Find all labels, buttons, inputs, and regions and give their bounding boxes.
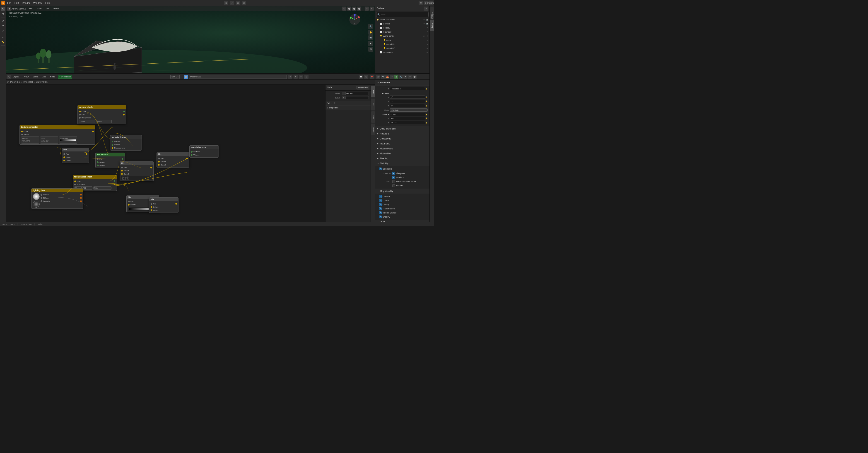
- camera-icon[interactable]: 📷: [368, 35, 373, 40]
- layout-tab[interactable]: ⊞: [224, 1, 228, 5]
- rot-y-val[interactable]: 0°: [390, 100, 425, 103]
- instancing-header[interactable]: ▶ Instancing: [375, 141, 430, 146]
- rv-camera-check[interactable]: ✓: [379, 195, 382, 198]
- renders-check[interactable]: ✓: [392, 176, 395, 179]
- outliner-item-ground[interactable]: ⬜ Ground 👁 📷: [375, 22, 430, 26]
- sculpting-tab[interactable]: ◉: [236, 1, 240, 5]
- rot-x-val[interactable]: 0°: [390, 96, 425, 99]
- node-side-tab-options[interactable]: Options: [371, 124, 375, 135]
- mat-del[interactable]: ✕: [299, 75, 303, 79]
- motion-paths-header[interactable]: ▶ Motion Paths: [375, 146, 430, 151]
- modeling-tab[interactable]: △: [230, 1, 234, 5]
- collections-header[interactable]: ▶ Collections: [375, 136, 430, 141]
- ne-view[interactable]: ⊞: [364, 75, 368, 79]
- ne-menu-view[interactable]: View: [23, 75, 30, 78]
- scale-y-val[interactable]: 31.417: [390, 117, 425, 120]
- node-bottom-right[interactable]: Mix Fac Color1 Color2: [149, 197, 179, 213]
- outliner-item-area001[interactable]: 💡 Area.001 👁: [375, 42, 430, 46]
- node-mix-1[interactable]: Mix Fac Color1 Color2: [62, 148, 89, 163]
- rv-glossy-check[interactable]: ✓: [379, 203, 382, 206]
- zoom-icon[interactable]: 🔍: [368, 24, 373, 29]
- menu-help[interactable]: Help: [44, 1, 52, 5]
- prop-tab-render[interactable]: 📷: [381, 75, 385, 79]
- shading-wireframe[interactable]: ⊡: [342, 6, 346, 11]
- shading-solid[interactable]: ⬤: [347, 6, 351, 11]
- node-custom-shade[interactable]: custom shade Color Fac Roughness Diffuse: [78, 105, 126, 124]
- node-lighting-data[interactable]: lighting data Surface Diffuse: [31, 188, 83, 209]
- add-tool[interactable]: +: [1, 46, 5, 51]
- viewport-mode-icon[interactable]: ◼: [7, 6, 11, 11]
- node-side-tab2[interactable]: Options: [430, 20, 434, 31]
- vis-selectable-check[interactable]: ✓: [379, 167, 382, 170]
- node-side-tab-node[interactable]: Node: [371, 86, 375, 97]
- vp-menu-add[interactable]: Add: [44, 7, 51, 10]
- reset-node-btn[interactable]: Reset Node: [356, 86, 369, 90]
- cursor-tool[interactable]: ↖: [1, 7, 5, 11]
- outliner-item-area[interactable]: 💡 Area 👁: [375, 38, 430, 42]
- ne-menu-add[interactable]: Add: [41, 75, 47, 78]
- ne-menu-node[interactable]: Node: [49, 75, 56, 78]
- node-canvas[interactable]: texture generator Color Vector Mapping T…: [6, 96, 325, 222]
- np-properties-header[interactable]: ▶ Properties: [326, 105, 371, 110]
- scene-select[interactable]: 🎬: [418, 1, 423, 5]
- house3-vis[interactable]: 👁: [426, 31, 429, 33]
- rot-z-lock[interactable]: 🔒: [425, 105, 428, 107]
- z-lock-icon[interactable]: 🔒: [425, 88, 428, 90]
- viewport-mode-label[interactable]: Object Mode: [12, 7, 24, 10]
- vis-eye[interactable]: 👁: [423, 18, 425, 21]
- outliner-item-emmitions[interactable]: ⬜ Emmitions 👁: [375, 50, 430, 54]
- area-vis[interactable]: 👁: [426, 39, 429, 41]
- vp-menu-select[interactable]: Select: [35, 7, 43, 10]
- material-icon[interactable]: ⬤: [184, 75, 188, 79]
- vp-menu-view[interactable]: View: [27, 7, 34, 10]
- pan-icon[interactable]: ✋: [368, 30, 373, 35]
- rot-y-lock[interactable]: 🔒: [425, 100, 428, 102]
- node-far-right[interactable]: Material Output Surface Volume: [189, 145, 219, 158]
- prop-tab-material[interactable]: ⬤: [412, 75, 416, 79]
- measure-tool[interactable]: 📏: [1, 40, 5, 44]
- rot-x-lock[interactable]: 🔒: [425, 96, 428, 98]
- visibility-section-header[interactable]: ▼ Visibility: [375, 161, 430, 166]
- node-mix-large-1[interactable]: Mix Fac Color1 Color2 Clamp: ☑ Blend: Mi…: [120, 161, 154, 181]
- motion-blur-header[interactable]: ▶ Motion Blur: [375, 151, 430, 156]
- outliner-search[interactable]: 🔍 Search...: [376, 12, 429, 17]
- area002-vis[interactable]: 👁: [426, 47, 429, 50]
- emmitions-vis[interactable]: 👁: [426, 51, 429, 54]
- vp-menu-object[interactable]: Object: [52, 7, 60, 10]
- toggle-icon[interactable]: ⊞: [368, 46, 373, 52]
- shading-material[interactable]: ⬤: [352, 6, 356, 11]
- use-nodes-toggle[interactable]: ✓ Use Nodes: [58, 75, 72, 78]
- node-mix-large-2[interactable]: Mix Fac Color1 Color2: [157, 152, 189, 167]
- shadow-catcher-check[interactable]: [392, 180, 395, 183]
- prop-tab-modifier[interactable]: 🔧: [399, 75, 403, 79]
- mat-more[interactable]: ⊙: [304, 75, 309, 79]
- prop-tab-object[interactable]: ▣: [394, 75, 398, 79]
- options-btn[interactable]: Options: [429, 1, 433, 5]
- rotate-tool[interactable]: ↻: [1, 23, 5, 28]
- prop-tab-physics[interactable]: ⚛: [408, 75, 412, 79]
- rot-z-val[interactable]: 0°: [390, 104, 425, 107]
- z-loc-val[interactable]: -0.002599 m: [390, 87, 425, 90]
- shading-header[interactable]: ▶ Shading: [375, 156, 430, 161]
- overlay-btn[interactable]: ⊙: [365, 6, 369, 11]
- wl-vis[interactable]: 👁: [426, 35, 429, 37]
- sy-lock[interactable]: 🔒: [425, 118, 428, 119]
- ground-vis[interactable]: 👁: [423, 23, 425, 25]
- np-label-value[interactable]: [345, 96, 369, 99]
- node-object-label[interactable]: Object: [13, 76, 19, 78]
- vis-cam[interactable]: 📷: [426, 18, 429, 21]
- breadcrumb-plane031[interactable]: Plane.031: [23, 81, 33, 83]
- menu-render[interactable]: Render: [21, 1, 31, 5]
- scale-tool[interactable]: ⤢: [1, 28, 5, 33]
- menu-file[interactable]: File: [6, 1, 13, 5]
- transform-tool[interactable]: ⊕: [1, 18, 5, 23]
- menu-edit[interactable]: Edit: [13, 1, 20, 5]
- np-color-more[interactable]: ⊙: [333, 101, 336, 105]
- node-side-tab-view[interactable]: View: [371, 111, 375, 123]
- viewport-gizmo[interactable]: Y: [348, 13, 362, 26]
- rv-volscatter-check[interactable]: ✓: [379, 212, 382, 214]
- prop-tab-scene[interactable]: 🎬: [376, 75, 380, 79]
- outliner-item-house2[interactable]: ⬜ House2 👁: [375, 26, 430, 30]
- ne-pin[interactable]: 📌: [370, 75, 374, 79]
- outliner-item-house3[interactable]: ⬜ HOUSE3 👁: [375, 30, 430, 34]
